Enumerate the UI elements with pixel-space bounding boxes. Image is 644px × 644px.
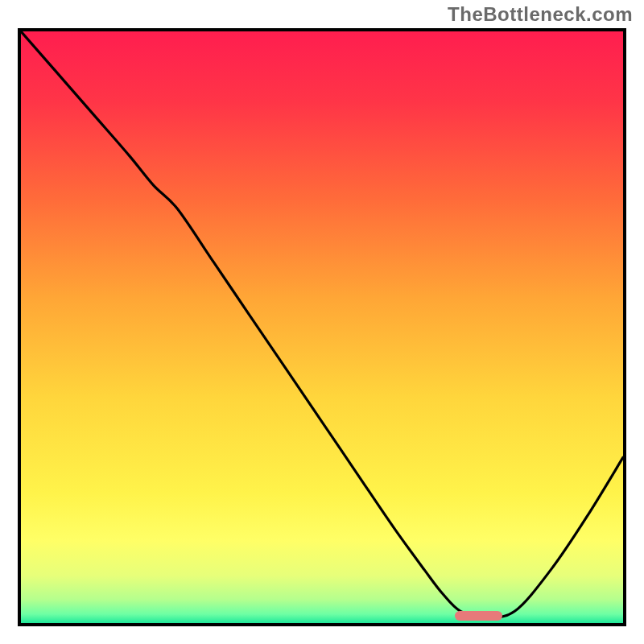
bottleneck-curve (21, 31, 623, 623)
chart-stage: TheBottleneck.com (0, 0, 644, 644)
optimum-marker (455, 611, 503, 621)
watermark-text: TheBottleneck.com (448, 3, 633, 26)
plot-frame (18, 28, 626, 626)
